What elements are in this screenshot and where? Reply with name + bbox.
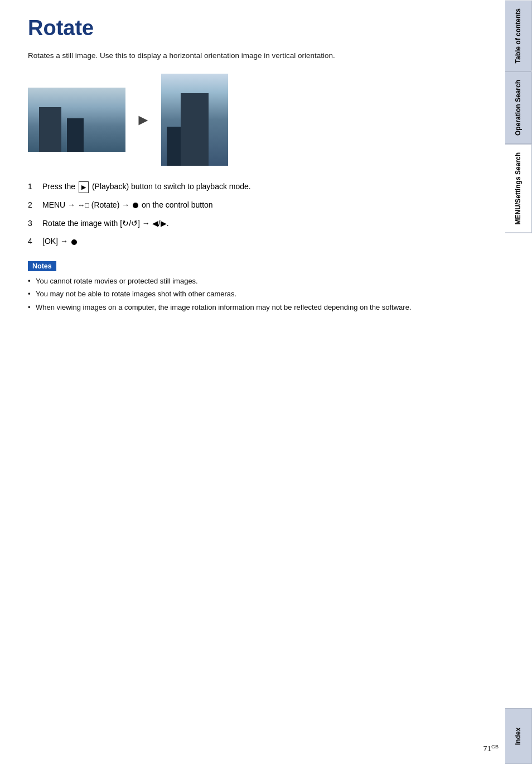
page-number: 71GB (483, 744, 499, 753)
circle-bullet-2 (133, 203, 138, 208)
page-number-value: 71 (483, 744, 491, 753)
page-suffix: GB (491, 744, 499, 749)
step-number-3: 3 (28, 217, 37, 229)
sidebar-tab-operation-label: Operation Search (514, 80, 523, 136)
step-content-3: Rotate the image with [↻/↺] → ◀/▶. (42, 217, 471, 229)
sidebar-tab-index-label: Index (514, 727, 523, 744)
step-number-4: 4 (28, 235, 37, 247)
notes-list: You cannot rotate movies or protected st… (28, 276, 471, 313)
step-3: 3 Rotate the image with [↻/↺] → ◀/▶. (28, 217, 471, 229)
page-container: Rotate Rotates a still image. Use this t… (0, 0, 532, 764)
sidebar: Table of contents Operation Search MENU/… (505, 0, 532, 764)
sidebar-tab-index[interactable]: Index (505, 708, 532, 764)
page-title: Rotate (28, 17, 471, 40)
sidebar-tab-toc[interactable]: Table of contents (505, 0, 532, 71)
step-1: 1 Press the ▶ (Playback) button to switc… (28, 180, 471, 193)
note-item-1: You cannot rotate movies or protected st… (28, 276, 471, 287)
step-content-4: [OK] → (42, 235, 471, 247)
images-row: ► (28, 74, 471, 166)
page-description: Rotates a still image. Use this to displ… (28, 50, 471, 61)
landscape-image (28, 88, 125, 152)
sidebar-tab-toc-label: Table of contents (514, 8, 523, 63)
arrow-icon: ► (136, 111, 151, 129)
main-content: Rotate Rotates a still image. Use this t… (28, 17, 504, 313)
playback-icon: ▶ (79, 181, 89, 194)
step-number-1: 1 (28, 180, 37, 193)
steps-list: 1 Press the ▶ (Playback) button to switc… (28, 180, 471, 248)
sidebar-tab-operation[interactable]: Operation Search (505, 71, 532, 144)
landscape-image-sim (28, 88, 125, 152)
sidebar-spacer (505, 233, 532, 708)
step-number-2: 2 (28, 199, 37, 211)
note-item-3: When viewing images on a computer, the i… (28, 302, 471, 313)
step-content-1: Press the ▶ (Playback) button to switch … (42, 180, 471, 193)
notes-label: Notes (28, 261, 56, 271)
circle-bullet-4 (71, 239, 77, 245)
step-4: 4 [OK] → (28, 235, 471, 247)
notes-box: Notes You cannot rotate movies or protec… (28, 261, 471, 313)
portrait-image-sim (161, 74, 228, 166)
portrait-image (161, 74, 228, 166)
sidebar-tab-menu-label: MENU/Settings Search (514, 152, 523, 224)
sidebar-tab-menu[interactable]: MENU/Settings Search (505, 144, 532, 233)
step-content-2: MENU → ↔□ (Rotate) → on the control butt… (42, 199, 471, 212)
note-item-2: You may not be able to rotate images sho… (28, 289, 471, 300)
step-2: 2 MENU → ↔□ (Rotate) → on the control bu… (28, 199, 471, 212)
